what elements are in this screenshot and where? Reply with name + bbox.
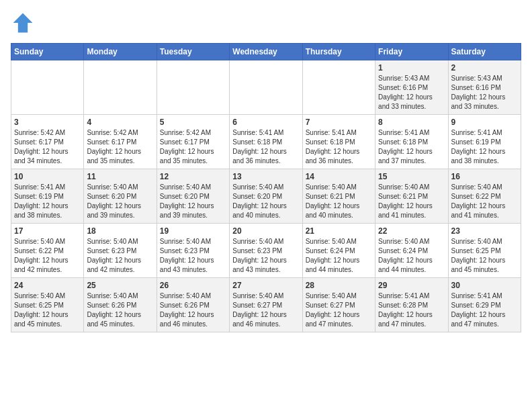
calendar-week-row: 17Sunrise: 5:40 AMSunset: 6:22 PMDayligh… (11, 224, 521, 278)
weekday-header: Wednesday (230, 44, 302, 60)
day-number: 3 (14, 118, 81, 127)
day-number: 20 (232, 226, 299, 236)
day-info: Sunrise: 5:40 AMSunset: 6:24 PMDaylight:… (378, 237, 445, 275)
day-info: Sunrise: 5:40 AMSunset: 6:25 PMDaylight:… (451, 237, 518, 275)
day-info: Sunrise: 5:40 AMSunset: 6:23 PMDaylight:… (160, 237, 226, 275)
weekday-header: Sunday (11, 44, 84, 60)
day-info: Sunrise: 5:43 AMSunset: 6:16 PMDaylight:… (451, 74, 518, 111)
calendar-cell: 17Sunrise: 5:40 AMSunset: 6:22 PMDayligh… (11, 224, 84, 278)
calendar-cell: 16Sunrise: 5:40 AMSunset: 6:22 PMDayligh… (448, 169, 521, 224)
calendar-cell: 10Sunrise: 5:41 AMSunset: 6:19 PMDayligh… (11, 169, 84, 224)
calendar-week-row: 10Sunrise: 5:41 AMSunset: 6:19 PMDayligh… (11, 169, 521, 224)
day-number: 14 (306, 172, 372, 181)
day-number: 2 (451, 63, 518, 73)
day-info: Sunrise: 5:40 AMSunset: 6:27 PMDaylight:… (232, 291, 299, 329)
day-info: Sunrise: 5:40 AMSunset: 6:23 PMDaylight:… (87, 237, 153, 275)
page-header (11, 11, 521, 35)
day-number: 15 (378, 172, 445, 181)
calendar-cell: 22Sunrise: 5:40 AMSunset: 6:24 PMDayligh… (375, 224, 448, 278)
calendar-cell: 9Sunrise: 5:41 AMSunset: 6:19 PMDaylight… (448, 115, 521, 169)
logo (11, 11, 38, 35)
day-info: Sunrise: 5:42 AMSunset: 6:17 PMDaylight:… (14, 128, 81, 166)
day-info: Sunrise: 5:41 AMSunset: 6:19 PMDaylight:… (14, 183, 81, 220)
calendar-cell: 19Sunrise: 5:40 AMSunset: 6:23 PMDayligh… (157, 224, 229, 278)
day-info: Sunrise: 5:40 AMSunset: 6:20 PMDaylight:… (232, 183, 299, 220)
calendar-cell (11, 60, 84, 115)
day-number: 28 (306, 281, 372, 290)
weekday-header: Friday (375, 44, 448, 60)
day-info: Sunrise: 5:41 AMSunset: 6:18 PMDaylight:… (232, 128, 299, 166)
day-number: 22 (378, 226, 445, 236)
day-info: Sunrise: 5:41 AMSunset: 6:18 PMDaylight:… (378, 128, 445, 166)
day-info: Sunrise: 5:40 AMSunset: 6:25 PMDaylight:… (14, 291, 81, 329)
calendar-cell: 26Sunrise: 5:40 AMSunset: 6:26 PMDayligh… (157, 278, 229, 332)
day-number: 16 (451, 172, 518, 181)
calendar-cell (230, 60, 302, 115)
calendar-cell: 13Sunrise: 5:40 AMSunset: 6:20 PMDayligh… (230, 169, 302, 224)
day-number: 25 (87, 281, 153, 290)
calendar-cell: 15Sunrise: 5:40 AMSunset: 6:21 PMDayligh… (375, 169, 448, 224)
calendar-cell: 11Sunrise: 5:40 AMSunset: 6:20 PMDayligh… (84, 169, 157, 224)
weekday-header: Saturday (448, 44, 521, 60)
day-number: 17 (14, 226, 81, 236)
calendar-cell: 25Sunrise: 5:40 AMSunset: 6:26 PMDayligh… (84, 278, 157, 332)
day-number: 11 (87, 172, 153, 181)
day-info: Sunrise: 5:40 AMSunset: 6:23 PMDaylight:… (232, 237, 299, 275)
calendar-cell (302, 60, 375, 115)
calendar-cell: 3Sunrise: 5:42 AMSunset: 6:17 PMDaylight… (11, 115, 84, 169)
day-number: 1 (378, 63, 445, 73)
calendar-cell: 18Sunrise: 5:40 AMSunset: 6:23 PMDayligh… (84, 224, 157, 278)
day-info: Sunrise: 5:40 AMSunset: 6:20 PMDaylight:… (160, 183, 226, 220)
calendar-cell: 21Sunrise: 5:40 AMSunset: 6:24 PMDayligh… (302, 224, 375, 278)
svg-marker-0 (13, 13, 33, 33)
calendar-cell: 28Sunrise: 5:40 AMSunset: 6:27 PMDayligh… (302, 278, 375, 332)
calendar-cell: 1Sunrise: 5:43 AMSunset: 6:16 PMDaylight… (375, 60, 448, 115)
calendar-week-row: 3Sunrise: 5:42 AMSunset: 6:17 PMDaylight… (11, 115, 521, 169)
calendar-cell: 20Sunrise: 5:40 AMSunset: 6:23 PMDayligh… (230, 224, 302, 278)
calendar-cell: 6Sunrise: 5:41 AMSunset: 6:18 PMDaylight… (230, 115, 302, 169)
day-info: Sunrise: 5:40 AMSunset: 6:21 PMDaylight:… (306, 183, 372, 220)
day-info: Sunrise: 5:40 AMSunset: 6:24 PMDaylight:… (306, 237, 372, 275)
calendar-header: SundayMondayTuesdayWednesdayThursdayFrid… (11, 44, 521, 60)
day-number: 26 (160, 281, 226, 290)
day-info: Sunrise: 5:41 AMSunset: 6:28 PMDaylight:… (378, 291, 445, 329)
day-number: 27 (232, 281, 299, 290)
weekday-header: Tuesday (157, 44, 229, 60)
calendar-cell: 7Sunrise: 5:41 AMSunset: 6:18 PMDaylight… (302, 115, 375, 169)
calendar-cell (84, 60, 157, 115)
calendar-week-row: 24Sunrise: 5:40 AMSunset: 6:25 PMDayligh… (11, 278, 521, 332)
calendar-table: SundayMondayTuesdayWednesdayThursdayFrid… (11, 43, 521, 332)
day-info: Sunrise: 5:40 AMSunset: 6:21 PMDaylight:… (378, 183, 445, 220)
day-number: 5 (160, 118, 226, 127)
calendar-cell (157, 60, 229, 115)
logo-icon (11, 11, 35, 35)
day-info: Sunrise: 5:40 AMSunset: 6:22 PMDaylight:… (451, 183, 518, 220)
day-info: Sunrise: 5:42 AMSunset: 6:17 PMDaylight:… (87, 128, 153, 166)
calendar-cell: 5Sunrise: 5:42 AMSunset: 6:17 PMDaylight… (157, 115, 229, 169)
calendar-cell: 12Sunrise: 5:40 AMSunset: 6:20 PMDayligh… (157, 169, 229, 224)
day-number: 9 (451, 118, 518, 127)
calendar-cell: 30Sunrise: 5:41 AMSunset: 6:29 PMDayligh… (448, 278, 521, 332)
day-info: Sunrise: 5:40 AMSunset: 6:20 PMDaylight:… (87, 183, 153, 220)
day-info: Sunrise: 5:41 AMSunset: 6:29 PMDaylight:… (451, 291, 518, 329)
day-info: Sunrise: 5:40 AMSunset: 6:27 PMDaylight:… (306, 291, 372, 329)
weekday-header: Thursday (302, 44, 375, 60)
calendar-week-row: 1Sunrise: 5:43 AMSunset: 6:16 PMDaylight… (11, 60, 521, 115)
day-info: Sunrise: 5:43 AMSunset: 6:16 PMDaylight:… (378, 74, 445, 111)
day-number: 6 (232, 118, 299, 127)
calendar-cell: 14Sunrise: 5:40 AMSunset: 6:21 PMDayligh… (302, 169, 375, 224)
day-info: Sunrise: 5:40 AMSunset: 6:22 PMDaylight:… (14, 237, 81, 275)
day-number: 18 (87, 226, 153, 236)
calendar-cell: 2Sunrise: 5:43 AMSunset: 6:16 PMDaylight… (448, 60, 521, 115)
day-number: 30 (451, 281, 518, 290)
day-number: 19 (160, 226, 226, 236)
day-number: 23 (451, 226, 518, 236)
day-number: 13 (232, 172, 299, 181)
weekday-header: Monday (84, 44, 157, 60)
day-info: Sunrise: 5:41 AMSunset: 6:18 PMDaylight:… (306, 128, 372, 166)
day-info: Sunrise: 5:42 AMSunset: 6:17 PMDaylight:… (160, 128, 226, 166)
calendar-cell: 29Sunrise: 5:41 AMSunset: 6:28 PMDayligh… (375, 278, 448, 332)
day-info: Sunrise: 5:40 AMSunset: 6:26 PMDaylight:… (160, 291, 226, 329)
calendar-cell: 4Sunrise: 5:42 AMSunset: 6:17 PMDaylight… (84, 115, 157, 169)
day-info: Sunrise: 5:40 AMSunset: 6:26 PMDaylight:… (87, 291, 153, 329)
